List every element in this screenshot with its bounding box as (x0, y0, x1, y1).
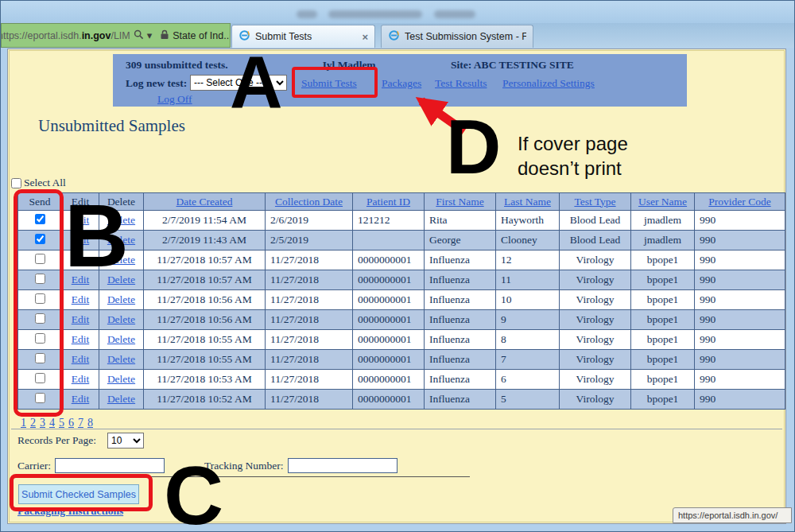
last-name-cell: 5 (496, 390, 560, 410)
edit-link[interactable]: Edit (72, 333, 90, 345)
address-url[interactable]: https://eportal.isdh.in.gov/LIM (1, 30, 130, 41)
date-created-cell: 11/27/2018 10:56 AM (144, 310, 266, 330)
delete-cell: Delete (99, 290, 144, 310)
sort-link[interactable]: Provider Code (708, 196, 770, 208)
table-row: EditDelete11/27/2018 10:55 AM11/27/20180… (18, 350, 785, 370)
last-name-cell: 11 (496, 270, 560, 290)
delete-cell: Delete (99, 330, 144, 350)
sort-link[interactable]: First Name (436, 196, 483, 208)
samples-table-container: SendEditDeleteDate CreatedCollection Dat… (17, 192, 785, 410)
select-all-label: Select All (24, 177, 66, 189)
carrier-input[interactable] (55, 458, 165, 473)
patient-id-cell: 0000000001 (353, 250, 425, 270)
column-header-last-name[interactable]: Last Name (496, 193, 560, 211)
tab-test-submission-system[interactable]: Test Submission System - Forg... (381, 25, 533, 48)
patient-id-cell: 0000000001 (353, 310, 425, 330)
page-link-2[interactable]: 2 (30, 417, 36, 429)
sort-link[interactable]: Collection Date (275, 196, 343, 208)
test-type-cell: Blood Lead (560, 211, 631, 231)
page-link-8[interactable]: 8 (87, 417, 93, 429)
close-tab-icon[interactable]: × (362, 31, 368, 43)
lock-icon (160, 29, 169, 42)
page-link-3[interactable]: 3 (40, 417, 45, 429)
edit-link[interactable]: Edit (72, 293, 90, 305)
user-name-cell: bpope1 (631, 310, 695, 330)
delete-link[interactable]: Delete (107, 293, 135, 305)
delete-link[interactable]: Delete (107, 313, 135, 325)
provider-code-cell: 990 (695, 270, 785, 290)
edit-link[interactable]: Edit (72, 313, 90, 325)
table-row: EditDelete11/27/2018 10:52 AM11/27/20180… (18, 390, 785, 410)
provider-code-cell: 990 (695, 350, 785, 370)
search-icon[interactable] (134, 29, 144, 42)
user-name-cell: bpope1 (631, 370, 695, 390)
user-name-cell: bpope1 (631, 270, 695, 290)
nav-link-personalized-settings[interactable]: Personalized Settings (502, 77, 595, 90)
column-header-collection-date[interactable]: Collection Date (266, 193, 353, 211)
delete-link[interactable]: Delete (107, 333, 135, 345)
delete-cell: Delete (99, 370, 144, 390)
unsubmitted-count: 309 unsubmitted tests. (126, 59, 228, 72)
edit-cell: Edit (62, 310, 99, 330)
select-all-checkbox[interactable] (11, 178, 21, 188)
tracking-number-input[interactable] (288, 458, 398, 473)
last-name-cell: 12 (496, 250, 560, 270)
date-created-cell: 2/7/2019 11:43 AM (144, 231, 266, 250)
page-link-1[interactable]: 1 (21, 417, 26, 429)
user-name-cell: bpope1 (631, 390, 695, 410)
delete-link[interactable]: Delete (107, 353, 135, 365)
table-row: EditDelete11/27/2018 10:57 AM11/27/20180… (18, 250, 785, 270)
patient-id-cell (353, 231, 425, 250)
collection-date-cell: 11/27/2018 (266, 350, 353, 370)
address-dropdown-caret-icon[interactable]: ▾ (147, 29, 153, 41)
date-created-cell: 11/27/2018 10:57 AM (144, 250, 266, 270)
date-created-cell: 11/27/2018 10:55 AM (144, 330, 266, 350)
table-row: EditDelete11/27/2018 10:55 AM11/27/20180… (18, 330, 785, 350)
security-zone-label[interactable]: State of Ind... (173, 30, 231, 41)
sort-link[interactable]: User Name (638, 196, 687, 208)
column-header-user-name[interactable]: User Name (631, 193, 695, 211)
blurred-title-text (328, 10, 422, 18)
edit-link[interactable]: Edit (72, 353, 90, 365)
sort-link[interactable]: Patient ID (366, 196, 410, 208)
sort-link[interactable]: Date Created (176, 196, 233, 208)
patient-id-cell: 0000000001 (353, 330, 425, 350)
address-bar[interactable]: https://eportal.isdh.in.gov/LIM ▾ State … (1, 23, 231, 48)
page-link-4[interactable]: 4 (49, 417, 55, 429)
test-type-cell: Virology (560, 390, 631, 410)
collection-date-cell: 2/5/2019 (266, 231, 353, 250)
nav-link-log-off[interactable]: Log Off (157, 93, 192, 106)
records-per-page-select[interactable]: 10 (107, 433, 144, 449)
tab-strip: Submit Tests × Test Submission System - … (231, 23, 795, 48)
delete-link[interactable]: Delete (107, 373, 135, 385)
browser-window: https://eportal.isdh.in.gov/LIM ▾ State … (0, 0, 795, 532)
column-header-date-created[interactable]: Date Created (144, 193, 266, 211)
annotation-box-b (14, 189, 64, 417)
edit-link[interactable]: Edit (72, 373, 90, 385)
edit-cell: Edit (62, 350, 99, 370)
first-name-cell: Influenza (425, 290, 496, 310)
column-header-first-name[interactable]: First Name (425, 193, 496, 211)
provider-code-cell: 990 (695, 330, 785, 350)
sort-link[interactable]: Last Name (504, 196, 551, 208)
column-header-test-type[interactable]: Test Type (560, 193, 631, 211)
page-link-7[interactable]: 7 (78, 417, 83, 429)
column-header-provider-code[interactable]: Provider Code (695, 193, 785, 211)
first-name-cell: Influenza (425, 270, 496, 290)
annotation-box-a (292, 67, 378, 98)
delete-cell: Delete (99, 350, 144, 370)
page-link-5[interactable]: 5 (59, 417, 64, 429)
select-all-control[interactable]: Select All (11, 177, 66, 189)
internet-explorer-icon (388, 29, 400, 44)
records-per-page-label: Records Per Page: (17, 434, 96, 447)
delete-link[interactable]: Delete (107, 393, 135, 405)
user-name-cell: bpope1 (631, 290, 695, 310)
page-link-6[interactable]: 6 (68, 417, 74, 429)
samples-table: SendEditDeleteDate CreatedCollection Dat… (17, 192, 785, 410)
test-type-cell: Virology (560, 310, 631, 330)
column-header-patient-id[interactable]: Patient ID (353, 193, 425, 211)
sort-link[interactable]: Test Type (574, 196, 615, 208)
edit-link[interactable]: Edit (72, 393, 90, 405)
last-name-cell: 10 (496, 290, 560, 310)
collection-date-cell: 11/27/2018 (266, 330, 353, 350)
